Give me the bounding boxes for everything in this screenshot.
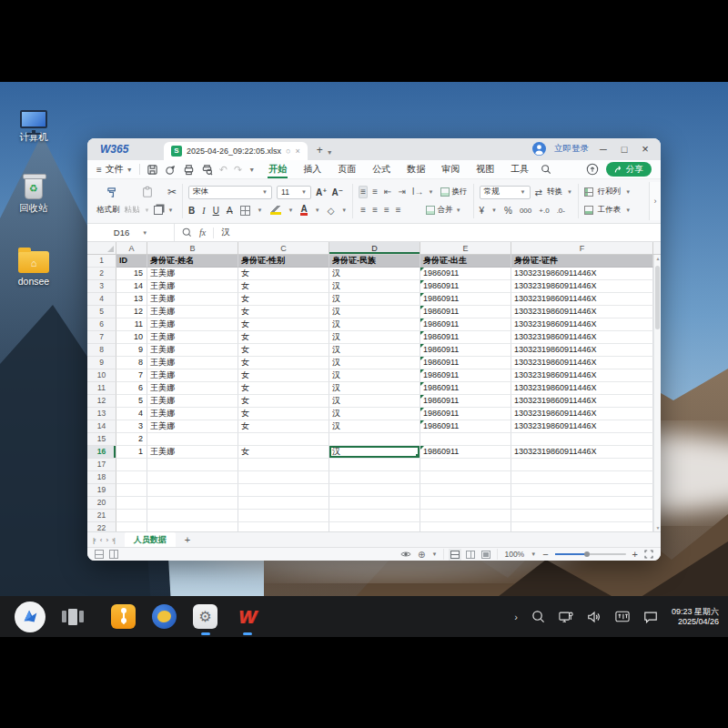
desktop-icon-recycle-bin[interactable]: ♻ 回收站 (7, 174, 60, 215)
cell-A10[interactable]: 7 (116, 369, 147, 382)
quickbar-chevron-icon[interactable]: ▼ (248, 167, 255, 173)
zoom-slider[interactable] (555, 553, 626, 555)
formula-search-icon[interactable] (182, 228, 192, 238)
cell-F18[interactable] (511, 471, 653, 484)
cell-E21[interactable] (420, 510, 511, 522)
cell-C5[interactable]: 女 (238, 306, 329, 318)
zoom-in-button[interactable]: + (632, 549, 638, 560)
cell-F13[interactable]: 13032319860911446X (511, 408, 653, 420)
cell-C7[interactable]: 女 (238, 331, 329, 344)
cell-D18[interactable] (329, 471, 420, 484)
cell-E8[interactable]: 19860911 (420, 344, 511, 357)
name-box[interactable]: D16 ▼ (87, 224, 175, 241)
row-header-10[interactable]: 10 (87, 369, 116, 382)
comma-style-icon[interactable]: 000 (520, 207, 531, 215)
cell-B14[interactable]: 王美娜 (147, 420, 238, 433)
vertical-scrollbar[interactable]: ▲ ▼ (653, 255, 661, 531)
cell-A7[interactable]: 10 (116, 331, 147, 344)
row-header-8[interactable]: 8 (87, 344, 116, 357)
increase-font-icon[interactable]: A⁺ (316, 187, 328, 197)
convert-chevron-icon[interactable]: ▼ (567, 189, 572, 195)
menu-tab-审阅[interactable]: 审阅 (440, 160, 460, 178)
formula-content[interactable]: 汉 (221, 227, 230, 238)
undo-button[interactable]: ↶ (219, 164, 228, 176)
avatar[interactable] (532, 142, 546, 156)
cell-F17[interactable] (511, 459, 653, 471)
cell-F7[interactable]: 13032319860911446X (511, 331, 653, 344)
row-header-19[interactable]: 19 (87, 484, 116, 497)
row-header-16[interactable]: 16 (87, 446, 116, 459)
cell-A1[interactable]: ID (116, 255, 147, 268)
cell-E11[interactable]: 19860911 (420, 382, 511, 395)
cell-D8[interactable]: 汉 (329, 344, 420, 357)
increase-indent-icon[interactable]: ⇥ (396, 186, 407, 198)
italic-button[interactable]: I (202, 206, 205, 216)
cell-B16[interactable]: 王美娜 (147, 446, 238, 459)
zoom-slider-knob[interactable] (584, 551, 590, 557)
cell-B6[interactable]: 王美娜 (147, 318, 238, 331)
tab-close-icon[interactable]: × (296, 147, 300, 156)
start-button[interactable] (15, 602, 46, 632)
rows-cols-label[interactable]: 行和列 (598, 187, 622, 197)
row-header-1[interactable]: 1 (87, 255, 116, 268)
cell-E6[interactable]: 19860911 (420, 318, 511, 331)
cell-D17[interactable] (329, 459, 420, 471)
macro-record-icon[interactable] (109, 550, 118, 559)
wrap-text-label[interactable]: 换行 (452, 187, 468, 197)
menu-tab-数据[interactable]: 数据 (406, 160, 426, 178)
decrease-indent-icon[interactable]: ⇤ (382, 186, 393, 198)
cell-A13[interactable]: 4 (116, 408, 147, 420)
cell-A16[interactable]: 1 (116, 446, 147, 459)
desktop-icon-folder[interactable]: ⌂ donsee (7, 248, 60, 287)
merge-chevron-icon[interactable]: ▼ (456, 207, 461, 213)
cell-C3[interactable]: 女 (238, 280, 329, 293)
volume-icon[interactable] (587, 611, 602, 623)
font-size-select[interactable]: 11▼ (277, 186, 311, 199)
cell-F21[interactable] (511, 510, 653, 522)
cell-C21[interactable] (238, 510, 329, 522)
page-break-view-icon[interactable] (481, 551, 490, 559)
cell-D7[interactable]: 汉 (329, 331, 420, 344)
zoom-out-button[interactable]: − (542, 549, 548, 560)
convert-label[interactable]: 转换 (547, 187, 562, 197)
tray-expand-chevron-icon[interactable]: › (514, 612, 518, 622)
cell-D2[interactable]: 汉 (329, 268, 420, 280)
cell-F5[interactable]: 13032319860911446X (511, 306, 653, 318)
hamburger-icon[interactable]: ≡ (96, 165, 102, 175)
next-sheet-icon[interactable]: › (106, 536, 107, 544)
notifications-icon[interactable] (643, 611, 658, 623)
cell-B5[interactable]: 王美娜 (147, 306, 238, 318)
menu-tab-开始[interactable]: 开始 (268, 160, 288, 178)
cell-B18[interactable] (147, 471, 238, 484)
cell-F19[interactable] (511, 484, 653, 497)
align-top-icon[interactable]: ≡ (359, 186, 368, 198)
orientation-chevron-icon[interactable]: ▼ (429, 189, 434, 195)
cell-B9[interactable]: 王美娜 (147, 357, 238, 369)
column-header-F[interactable]: F (511, 242, 653, 254)
row-header-4[interactable]: 4 (87, 293, 116, 306)
convert-icon[interactable]: ⇄ (535, 187, 542, 197)
settings-app-icon[interactable]: ⚙ (193, 604, 217, 629)
cell-D22[interactable] (329, 522, 420, 531)
menu-tab-页面[interactable]: 页面 (337, 160, 357, 178)
cell-A2[interactable]: 15 (116, 268, 147, 280)
font-name-select[interactable]: 宋体▼ (188, 186, 272, 199)
row-header-6[interactable]: 6 (87, 318, 116, 331)
borders-chevron-icon[interactable]: ▼ (258, 207, 263, 213)
wrap-text-icon[interactable] (440, 187, 450, 197)
cell-B19[interactable] (147, 484, 238, 497)
menu-tab-公式[interactable]: 公式 (371, 160, 391, 178)
cell-A21[interactable] (116, 510, 147, 522)
cell-A5[interactable]: 12 (116, 306, 147, 318)
cell-A8[interactable]: 9 (116, 344, 147, 357)
cell-B15[interactable] (147, 433, 238, 446)
cell-E7[interactable]: 19860911 (420, 331, 511, 344)
cell-F1[interactable]: 身份证-证件 (511, 255, 653, 268)
cell-D6[interactable]: 汉 (329, 318, 420, 331)
new-tab-button[interactable]: + (317, 144, 323, 157)
scroll-down-icon[interactable]: ▼ (654, 525, 661, 531)
row-header-9[interactable]: 9 (87, 357, 116, 369)
cell-E22[interactable] (420, 522, 511, 531)
cell-D14[interactable]: 汉 (329, 420, 420, 433)
file-menu-button[interactable]: 文件 (106, 163, 124, 176)
